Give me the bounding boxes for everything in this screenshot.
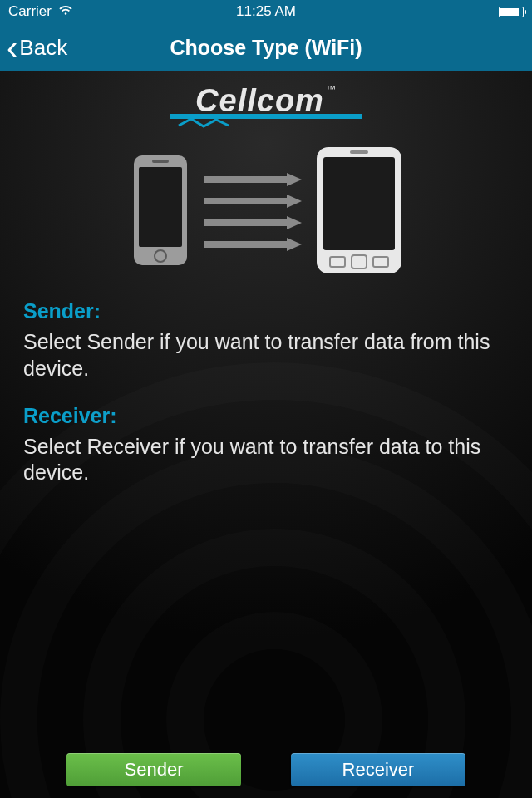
brand-logo: Cellcom™ [0, 83, 532, 139]
svg-rect-2 [152, 160, 169, 163]
navigation-bar: ‹ Back Choose Type (WiFi) [0, 23, 532, 71]
brand-logo-squiggle-icon [170, 117, 362, 129]
svg-rect-6 [204, 198, 287, 204]
carrier-label: Carrier [8, 3, 52, 20]
transfer-arrows-icon [204, 165, 303, 256]
svg-marker-5 [287, 173, 302, 186]
receiver-button-label: Receiver [342, 759, 415, 781]
phone-receiver-icon [313, 144, 405, 277]
sender-button-label: Sender [125, 759, 184, 781]
svg-marker-9 [287, 216, 302, 229]
chevron-left-icon: ‹ [7, 31, 17, 64]
svg-rect-10 [204, 241, 287, 248]
battery-icon [499, 7, 524, 17]
brand-logo-text: Cellcom [195, 83, 324, 118]
back-button[interactable]: ‹ Back [0, 31, 67, 64]
svg-rect-4 [204, 176, 287, 183]
content-area: Cellcom™ [0, 71, 532, 798]
svg-marker-7 [287, 195, 302, 208]
sender-button[interactable]: Sender [66, 753, 241, 786]
wifi-icon [58, 3, 73, 20]
svg-rect-8 [204, 219, 287, 226]
page-title: Choose Type (WiFi) [170, 36, 362, 60]
receiver-button[interactable]: Receiver [291, 753, 466, 786]
svg-rect-1 [139, 167, 182, 247]
receiver-heading: Receiver: [23, 403, 509, 429]
svg-rect-13 [323, 157, 395, 250]
status-bar: Carrier 11:25 AM [0, 0, 532, 23]
info-text: Sender: Select Sender if you want to tra… [0, 298, 532, 486]
sender-description: Select Sender if you want to transfer da… [23, 329, 509, 382]
svg-marker-11 [287, 238, 302, 251]
back-button-label: Back [19, 35, 67, 61]
sender-heading: Sender: [23, 298, 509, 324]
receiver-description: Select Receiver if you want to transfer … [23, 434, 509, 486]
phone-sender-icon [127, 152, 194, 268]
button-row: Sender Receiver [0, 753, 532, 786]
transfer-illustration [0, 144, 532, 277]
svg-rect-14 [350, 150, 368, 154]
status-time: 11:25 AM [236, 3, 296, 20]
